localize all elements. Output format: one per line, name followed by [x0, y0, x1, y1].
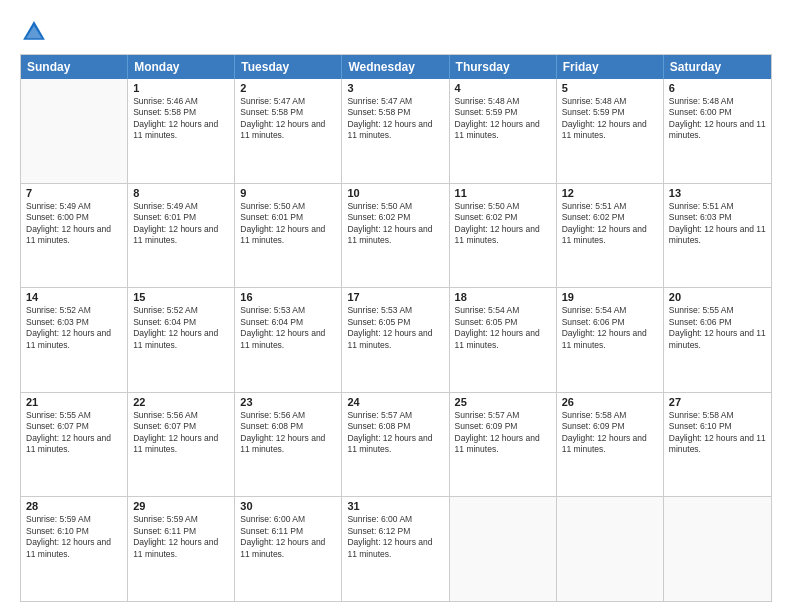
- day-cell-6: 6Sunrise: 5:48 AMSunset: 6:00 PMDaylight…: [664, 79, 771, 183]
- day-number: 9: [240, 187, 336, 199]
- day-cell-17: 17Sunrise: 5:53 AMSunset: 6:05 PMDayligh…: [342, 288, 449, 392]
- day-number: 19: [562, 291, 658, 303]
- day-info: Sunrise: 5:50 AMSunset: 6:02 PMDaylight:…: [455, 201, 551, 247]
- week-row-0: 1Sunrise: 5:46 AMSunset: 5:58 PMDaylight…: [21, 79, 771, 183]
- calendar-header: SundayMondayTuesdayWednesdayThursdayFrid…: [21, 55, 771, 79]
- day-number: 6: [669, 82, 766, 94]
- header-day-wednesday: Wednesday: [342, 55, 449, 79]
- day-info: Sunrise: 5:58 AMSunset: 6:10 PMDaylight:…: [669, 410, 766, 456]
- day-cell-2: 2Sunrise: 5:47 AMSunset: 5:58 PMDaylight…: [235, 79, 342, 183]
- day-number: 4: [455, 82, 551, 94]
- day-number: 20: [669, 291, 766, 303]
- day-cell-11: 11Sunrise: 5:50 AMSunset: 6:02 PMDayligh…: [450, 184, 557, 288]
- header-day-monday: Monday: [128, 55, 235, 79]
- day-number: 22: [133, 396, 229, 408]
- day-cell-28: 28Sunrise: 5:59 AMSunset: 6:10 PMDayligh…: [21, 497, 128, 601]
- day-info: Sunrise: 5:55 AMSunset: 6:06 PMDaylight:…: [669, 305, 766, 351]
- day-info: Sunrise: 5:47 AMSunset: 5:58 PMDaylight:…: [347, 96, 443, 142]
- day-info: Sunrise: 5:56 AMSunset: 6:07 PMDaylight:…: [133, 410, 229, 456]
- calendar-body: 1Sunrise: 5:46 AMSunset: 5:58 PMDaylight…: [21, 79, 771, 601]
- empty-cell: [664, 497, 771, 601]
- week-row-4: 28Sunrise: 5:59 AMSunset: 6:10 PMDayligh…: [21, 496, 771, 601]
- day-cell-13: 13Sunrise: 5:51 AMSunset: 6:03 PMDayligh…: [664, 184, 771, 288]
- day-cell-7: 7Sunrise: 5:49 AMSunset: 6:00 PMDaylight…: [21, 184, 128, 288]
- day-info: Sunrise: 5:46 AMSunset: 5:58 PMDaylight:…: [133, 96, 229, 142]
- day-info: Sunrise: 5:55 AMSunset: 6:07 PMDaylight:…: [26, 410, 122, 456]
- day-info: Sunrise: 5:51 AMSunset: 6:03 PMDaylight:…: [669, 201, 766, 247]
- day-cell-1: 1Sunrise: 5:46 AMSunset: 5:58 PMDaylight…: [128, 79, 235, 183]
- header-day-sunday: Sunday: [21, 55, 128, 79]
- day-number: 27: [669, 396, 766, 408]
- empty-cell: [450, 497, 557, 601]
- day-info: Sunrise: 5:50 AMSunset: 6:02 PMDaylight:…: [347, 201, 443, 247]
- day-number: 26: [562, 396, 658, 408]
- day-info: Sunrise: 5:51 AMSunset: 6:02 PMDaylight:…: [562, 201, 658, 247]
- day-cell-8: 8Sunrise: 5:49 AMSunset: 6:01 PMDaylight…: [128, 184, 235, 288]
- logo: [20, 18, 52, 46]
- day-info: Sunrise: 5:59 AMSunset: 6:10 PMDaylight:…: [26, 514, 122, 560]
- day-number: 3: [347, 82, 443, 94]
- day-cell-20: 20Sunrise: 5:55 AMSunset: 6:06 PMDayligh…: [664, 288, 771, 392]
- day-cell-12: 12Sunrise: 5:51 AMSunset: 6:02 PMDayligh…: [557, 184, 664, 288]
- day-info: Sunrise: 5:49 AMSunset: 6:00 PMDaylight:…: [26, 201, 122, 247]
- day-number: 25: [455, 396, 551, 408]
- day-number: 8: [133, 187, 229, 199]
- day-info: Sunrise: 5:59 AMSunset: 6:11 PMDaylight:…: [133, 514, 229, 560]
- day-number: 31: [347, 500, 443, 512]
- day-cell-9: 9Sunrise: 5:50 AMSunset: 6:01 PMDaylight…: [235, 184, 342, 288]
- empty-cell: [557, 497, 664, 601]
- day-info: Sunrise: 5:47 AMSunset: 5:58 PMDaylight:…: [240, 96, 336, 142]
- header: [20, 18, 772, 46]
- day-info: Sunrise: 5:56 AMSunset: 6:08 PMDaylight:…: [240, 410, 336, 456]
- day-cell-16: 16Sunrise: 5:53 AMSunset: 6:04 PMDayligh…: [235, 288, 342, 392]
- day-info: Sunrise: 5:48 AMSunset: 6:00 PMDaylight:…: [669, 96, 766, 142]
- day-number: 18: [455, 291, 551, 303]
- day-number: 13: [669, 187, 766, 199]
- header-day-thursday: Thursday: [450, 55, 557, 79]
- day-cell-24: 24Sunrise: 5:57 AMSunset: 6:08 PMDayligh…: [342, 393, 449, 497]
- day-number: 29: [133, 500, 229, 512]
- day-cell-21: 21Sunrise: 5:55 AMSunset: 6:07 PMDayligh…: [21, 393, 128, 497]
- day-number: 23: [240, 396, 336, 408]
- day-info: Sunrise: 5:48 AMSunset: 5:59 PMDaylight:…: [455, 96, 551, 142]
- day-number: 12: [562, 187, 658, 199]
- header-day-saturday: Saturday: [664, 55, 771, 79]
- day-cell-30: 30Sunrise: 6:00 AMSunset: 6:11 PMDayligh…: [235, 497, 342, 601]
- day-number: 30: [240, 500, 336, 512]
- day-info: Sunrise: 5:54 AMSunset: 6:06 PMDaylight:…: [562, 305, 658, 351]
- week-row-2: 14Sunrise: 5:52 AMSunset: 6:03 PMDayligh…: [21, 287, 771, 392]
- header-day-tuesday: Tuesday: [235, 55, 342, 79]
- empty-cell: [21, 79, 128, 183]
- day-cell-5: 5Sunrise: 5:48 AMSunset: 5:59 PMDaylight…: [557, 79, 664, 183]
- day-info: Sunrise: 6:00 AMSunset: 6:11 PMDaylight:…: [240, 514, 336, 560]
- day-cell-23: 23Sunrise: 5:56 AMSunset: 6:08 PMDayligh…: [235, 393, 342, 497]
- day-cell-31: 31Sunrise: 6:00 AMSunset: 6:12 PMDayligh…: [342, 497, 449, 601]
- day-cell-26: 26Sunrise: 5:58 AMSunset: 6:09 PMDayligh…: [557, 393, 664, 497]
- day-cell-14: 14Sunrise: 5:52 AMSunset: 6:03 PMDayligh…: [21, 288, 128, 392]
- day-number: 7: [26, 187, 122, 199]
- day-cell-19: 19Sunrise: 5:54 AMSunset: 6:06 PMDayligh…: [557, 288, 664, 392]
- day-info: Sunrise: 5:58 AMSunset: 6:09 PMDaylight:…: [562, 410, 658, 456]
- day-number: 14: [26, 291, 122, 303]
- week-row-3: 21Sunrise: 5:55 AMSunset: 6:07 PMDayligh…: [21, 392, 771, 497]
- day-info: Sunrise: 6:00 AMSunset: 6:12 PMDaylight:…: [347, 514, 443, 560]
- day-info: Sunrise: 5:53 AMSunset: 6:04 PMDaylight:…: [240, 305, 336, 351]
- day-number: 28: [26, 500, 122, 512]
- day-number: 5: [562, 82, 658, 94]
- week-row-1: 7Sunrise: 5:49 AMSunset: 6:00 PMDaylight…: [21, 183, 771, 288]
- day-info: Sunrise: 5:57 AMSunset: 6:08 PMDaylight:…: [347, 410, 443, 456]
- day-info: Sunrise: 5:52 AMSunset: 6:03 PMDaylight:…: [26, 305, 122, 351]
- day-cell-4: 4Sunrise: 5:48 AMSunset: 5:59 PMDaylight…: [450, 79, 557, 183]
- day-info: Sunrise: 5:54 AMSunset: 6:05 PMDaylight:…: [455, 305, 551, 351]
- page: SundayMondayTuesdayWednesdayThursdayFrid…: [0, 0, 792, 612]
- day-info: Sunrise: 5:50 AMSunset: 6:01 PMDaylight:…: [240, 201, 336, 247]
- day-number: 10: [347, 187, 443, 199]
- day-cell-10: 10Sunrise: 5:50 AMSunset: 6:02 PMDayligh…: [342, 184, 449, 288]
- header-day-friday: Friday: [557, 55, 664, 79]
- day-info: Sunrise: 5:52 AMSunset: 6:04 PMDaylight:…: [133, 305, 229, 351]
- logo-icon: [20, 18, 48, 46]
- day-number: 17: [347, 291, 443, 303]
- day-number: 15: [133, 291, 229, 303]
- day-cell-27: 27Sunrise: 5:58 AMSunset: 6:10 PMDayligh…: [664, 393, 771, 497]
- day-cell-18: 18Sunrise: 5:54 AMSunset: 6:05 PMDayligh…: [450, 288, 557, 392]
